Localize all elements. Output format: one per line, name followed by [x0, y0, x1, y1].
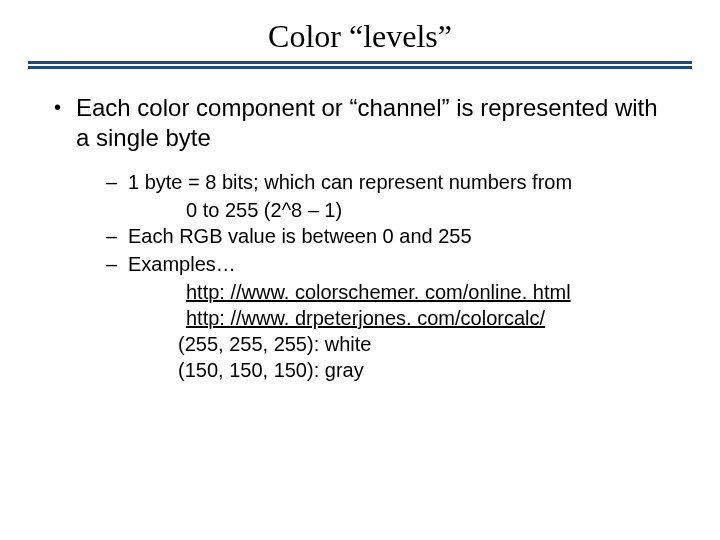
slide: Color “levels” • Each color component or…: [0, 0, 720, 540]
example-link-2[interactable]: http: //www. drpeterjones. com/colorcalc…: [186, 305, 672, 331]
slide-title: Color “levels”: [0, 18, 720, 55]
title-rule: [28, 61, 692, 69]
bullet-level1: • Each color component or “channel” is r…: [48, 93, 672, 153]
example-value-1: (255, 255, 255): white: [106, 331, 672, 357]
example-value-2: (150, 150, 150): gray: [106, 357, 672, 383]
sub-bullet-list: – 1 byte = 8 bits; which can represent n…: [48, 163, 672, 383]
sub-bullet-1-text-line1: 1 byte = 8 bits; which can represent num…: [128, 169, 572, 195]
sub-bullet-3-text: Examples…: [128, 251, 236, 277]
example-link-1[interactable]: http: //www. colorschemer. com/online. h…: [186, 279, 672, 305]
sub-bullet-1-continuation: 0 to 255 (2^8 – 1): [106, 197, 672, 223]
content-area: • Each color component or “channel” is r…: [0, 69, 720, 383]
bullet-level1-text: Each color component or “channel” is rep…: [76, 93, 672, 153]
dash-icon: –: [106, 223, 128, 249]
bullet-dot-icon: •: [48, 93, 76, 153]
sub-bullet-1-text-line2: 0 to 255 (2^8 – 1): [186, 197, 672, 223]
example-links: http: //www. colorschemer. com/online. h…: [106, 279, 672, 331]
sub-bullet-2-text: Each RGB value is between 0 and 255: [128, 223, 472, 249]
dash-icon: –: [106, 169, 128, 195]
sub-bullet-1: – 1 byte = 8 bits; which can represent n…: [106, 169, 672, 195]
sub-bullet-2: – Each RGB value is between 0 and 255: [106, 223, 672, 249]
sub-bullet-3: – Examples…: [106, 251, 672, 277]
dash-icon: –: [106, 251, 128, 277]
